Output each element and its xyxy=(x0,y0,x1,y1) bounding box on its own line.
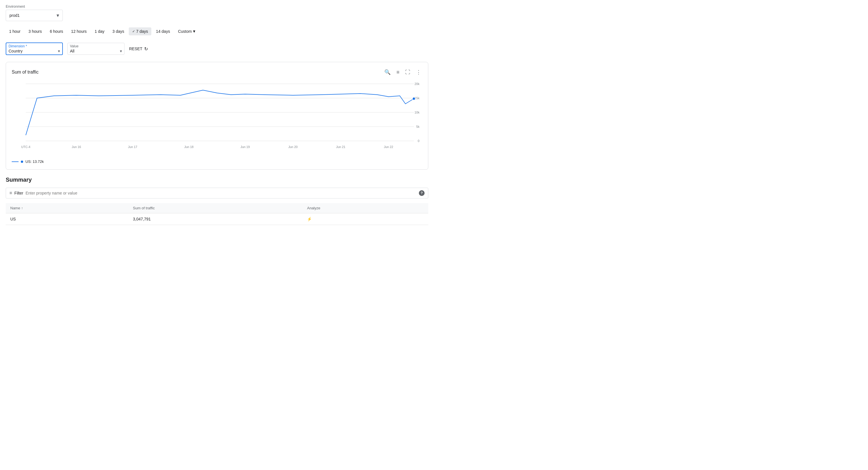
time-btn-7d[interactable]: 7 days xyxy=(129,27,151,35)
svg-text:Jun 18: Jun 18 xyxy=(184,145,194,148)
filter-row: Dimension * Country ▾ Value All ▾ RESET … xyxy=(6,42,428,55)
environment-dropdown[interactable]: prod1 ▾ xyxy=(6,10,63,21)
environment-label: Environment xyxy=(6,5,428,8)
row-analyze[interactable]: ⚡ xyxy=(302,213,428,225)
time-btn-1d[interactable]: 1 day xyxy=(91,27,108,35)
reset-button[interactable]: RESET ↻ xyxy=(129,46,148,52)
value-selected: All xyxy=(70,49,74,53)
time-btn-12h[interactable]: 12 hours xyxy=(68,27,90,35)
svg-text:UTC-4: UTC-4 xyxy=(21,145,30,148)
svg-text:Jun 17: Jun 17 xyxy=(128,145,137,148)
summary-section: Summary ≡ Filter ? Name ↑ Sum of traffic xyxy=(6,176,428,225)
environment-section: Environment prod1 ▾ xyxy=(6,5,428,21)
svg-text:Jun 19: Jun 19 xyxy=(240,145,250,148)
chart-legend: US: 13.72k xyxy=(12,160,422,164)
time-range-selector: 1 hour 3 hours 6 hours 12 hours 1 day 3 … xyxy=(6,27,428,36)
col-header-traffic: Sum of traffic xyxy=(128,203,303,213)
chart-actions: 🔍 ≡ ⛶ ⋮ xyxy=(383,68,422,76)
reset-icon: ↻ xyxy=(144,46,148,52)
main-page: Environment prod1 ▾ 1 hour 3 hours 6 hou… xyxy=(0,0,434,230)
svg-text:Jun 16: Jun 16 xyxy=(72,145,81,148)
col-header-analyze: Analyze xyxy=(302,203,428,213)
filter-label: Filter xyxy=(14,191,23,195)
svg-text:Jun 21: Jun 21 xyxy=(336,145,345,148)
chart-header: Sum of traffic 🔍 ≡ ⛶ ⋮ xyxy=(12,68,422,76)
value-chevron-icon: ▾ xyxy=(120,49,122,53)
dimension-field-label: Dimension * xyxy=(8,44,60,48)
sort-icon: ↑ xyxy=(21,206,23,210)
filter-input[interactable] xyxy=(25,191,83,195)
summary-title: Summary xyxy=(6,176,428,183)
chart-title: Sum of traffic xyxy=(12,70,38,75)
col-header-name[interactable]: Name ↑ xyxy=(6,203,128,213)
svg-point-18 xyxy=(412,97,415,100)
time-btn-14d[interactable]: 14 days xyxy=(152,27,173,35)
time-btn-3h[interactable]: 3 hours xyxy=(25,27,45,35)
dimension-chevron-icon: ▾ xyxy=(58,49,60,53)
environment-chevron-icon: ▾ xyxy=(57,12,59,19)
svg-text:5k: 5k xyxy=(416,125,420,128)
svg-text:0: 0 xyxy=(418,139,420,143)
chart-svg: 20k 15k 10k 5k 0 UTC-4 Jun 16 Jun 17 Jun… xyxy=(12,81,422,155)
table-header-row: Name ↑ Sum of traffic Analyze xyxy=(6,203,428,213)
filter-icon: ≡ xyxy=(9,191,12,196)
legend-dot xyxy=(21,161,23,163)
analyze-icon[interactable]: ⚡ xyxy=(307,217,312,221)
svg-text:Jun 20: Jun 20 xyxy=(288,145,298,148)
chart-lines-icon[interactable]: ≡ xyxy=(395,68,401,76)
time-btn-6h[interactable]: 6 hours xyxy=(46,27,66,35)
chart-container: 20k 15k 10k 5k 0 UTC-4 Jun 16 Jun 17 Jun… xyxy=(12,81,422,156)
svg-text:Jun 22: Jun 22 xyxy=(384,145,394,148)
filter-bar: ≡ Filter ? xyxy=(6,188,428,199)
time-btn-3d[interactable]: 3 days xyxy=(109,27,128,35)
legend-label: US: 13.72k xyxy=(25,160,44,164)
value-dropdown[interactable]: Value All ▾ xyxy=(67,43,124,55)
dimension-dropdown[interactable]: Dimension * Country ▾ xyxy=(6,42,63,55)
chart-fullscreen-icon[interactable]: ⛶ xyxy=(404,68,411,76)
svg-text:20k: 20k xyxy=(414,82,420,86)
legend-line xyxy=(12,161,19,162)
chart-more-icon[interactable]: ⋮ xyxy=(415,68,422,76)
dimension-value: Country xyxy=(8,49,23,53)
help-icon[interactable]: ? xyxy=(419,190,425,196)
row-name: US xyxy=(6,213,128,225)
value-field-label: Value xyxy=(70,44,122,48)
time-btn-custom[interactable]: Custom ▾ xyxy=(175,27,198,36)
svg-text:10k: 10k xyxy=(414,111,420,114)
chart-card: Sum of traffic 🔍 ≡ ⛶ ⋮ 20k 15k 10k 5k 0 xyxy=(6,62,428,170)
summary-table: Name ↑ Sum of traffic Analyze US 3,047,7… xyxy=(6,203,428,225)
time-btn-1h[interactable]: 1 hour xyxy=(6,27,24,35)
custom-chevron-icon: ▾ xyxy=(193,29,195,34)
chart-zoom-icon[interactable]: 🔍 xyxy=(383,68,392,76)
table-row: US 3,047,791 ⚡ xyxy=(6,213,428,225)
reset-label: RESET xyxy=(129,46,143,51)
environment-value: prod1 xyxy=(9,13,20,18)
row-traffic: 3,047,791 xyxy=(128,213,303,225)
